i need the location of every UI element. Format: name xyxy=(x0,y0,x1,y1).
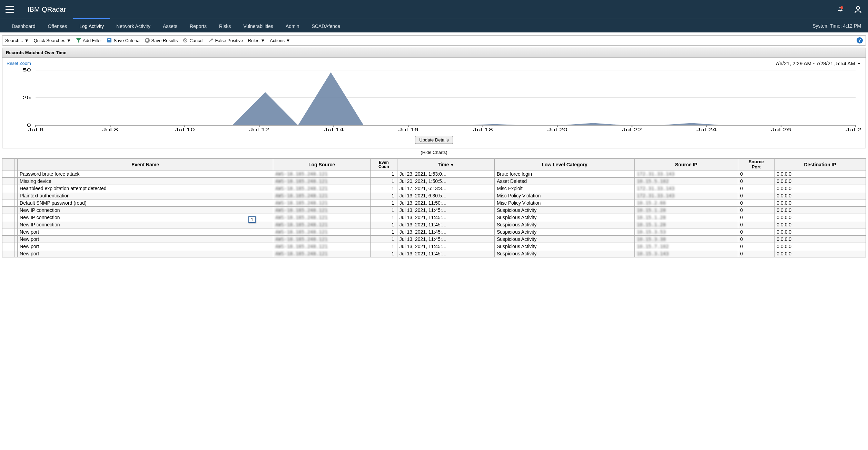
cell-event-count: 1 xyxy=(371,221,397,228)
cancel-button[interactable]: Cancel xyxy=(183,38,203,43)
nav-offenses[interactable]: Offenses xyxy=(42,18,73,33)
col-spacer xyxy=(14,159,18,170)
svg-text:Jul 22: Jul 22 xyxy=(622,127,642,132)
rules-dropdown[interactable]: Rules ▼ xyxy=(248,38,265,43)
cell-source-port: 0 xyxy=(738,192,775,199)
svg-text:Jul 16: Jul 16 xyxy=(398,127,418,132)
table-row[interactable]: Missing deviceAWS-18.185.248.1211Jul 20,… xyxy=(2,178,866,185)
svg-text:50: 50 xyxy=(22,68,31,72)
cell-destination-ip: 0.0.0.0 xyxy=(775,192,866,199)
nav-bar: DashboardOffensesLog ActivityNetwork Act… xyxy=(0,19,868,32)
nav-log-activity[interactable]: Log Activity xyxy=(73,18,110,33)
hamburger-icon[interactable] xyxy=(6,6,14,13)
cell-event-count: 1 xyxy=(371,243,397,250)
cell-source-ip: 10.15.3.38 xyxy=(634,236,738,243)
nav-admin[interactable]: Admin xyxy=(279,18,306,33)
cell-event-name: New port xyxy=(18,236,273,243)
cell-time: Jul 13, 2021, 11:45:… xyxy=(397,250,494,257)
col-destination-ip[interactable]: Destination IP xyxy=(775,159,866,170)
notification-badge xyxy=(840,6,843,9)
cell-category: Suspicious Activity xyxy=(494,221,634,228)
table-row[interactable]: New portAWS-18.185.248.1211Jul 13, 2021,… xyxy=(2,250,866,257)
help-icon[interactable]: ? xyxy=(857,37,863,43)
false-positive-button[interactable]: False Positive xyxy=(208,38,243,43)
count-tooltip: 1 xyxy=(248,216,256,223)
cell-destination-ip: 0.0.0.0 xyxy=(775,185,866,192)
search-dropdown[interactable]: Search... ▼ xyxy=(5,38,29,43)
nav-network-activity[interactable]: Network Activity xyxy=(110,18,157,33)
cell-time: Jul 20, 2021, 1:50:5… xyxy=(397,178,494,185)
cell-time: Jul 13, 2021, 11:45:… xyxy=(397,243,494,250)
nav-risks[interactable]: Risks xyxy=(213,18,237,33)
cell-log-source: AWS-18.185.248.121 xyxy=(273,243,370,250)
table-row[interactable]: New IP connectionAWS-18.185.248.1211Jul … xyxy=(2,214,866,221)
cell-event-name: Plaintext authentication xyxy=(18,192,273,199)
cell-time: Jul 13, 2021, 6:30:5… xyxy=(397,192,494,199)
table-row[interactable]: New IP connectionAWS-18.185.248.1211Jul … xyxy=(2,207,866,214)
cell-source-port: 0 xyxy=(738,178,775,185)
cell-event-name: Default SNMP password (read) xyxy=(18,199,273,207)
cell-source-ip: 10.15.1.28 xyxy=(634,207,738,214)
save-results-label: Save Results xyxy=(151,38,178,43)
col-event-count[interactable]: EvenCoun xyxy=(371,159,397,170)
false-positive-label: False Positive xyxy=(215,38,243,43)
svg-rect-4 xyxy=(146,39,148,41)
svg-rect-2 xyxy=(108,39,110,40)
cell-time: Jul 13, 2021, 11:45:… xyxy=(397,228,494,236)
actions-dropdown[interactable]: Actions ▼ xyxy=(270,38,290,43)
cell-event-name: New port xyxy=(18,250,273,257)
table-row[interactable]: Password brute force attackAWS-18.185.24… xyxy=(2,170,866,178)
cell-source-ip: 10.15.3.143 xyxy=(634,250,738,257)
cell-category: Asset Deleted xyxy=(494,178,634,185)
cell-log-source: AWS-18.185.248.121 xyxy=(273,207,370,214)
save-results-icon xyxy=(145,38,150,43)
col-log-source[interactable]: Log Source xyxy=(273,159,370,170)
cell-category: Suspicious Activity xyxy=(494,243,634,250)
chevron-down-icon xyxy=(857,61,861,66)
chart-panel: Records Matched Over Time Reset Zoom 7/6… xyxy=(2,48,866,148)
nav-assets[interactable]: Assets xyxy=(157,18,184,33)
profile-icon[interactable] xyxy=(854,5,862,14)
cell-source-ip: 172.31.33.143 xyxy=(634,170,738,178)
table-row[interactable]: Heartbleed exploitation attempt detected… xyxy=(2,185,866,192)
table-row[interactable]: New portAWS-18.185.248.1211Jul 13, 2021,… xyxy=(2,228,866,236)
svg-text:Jul 6: Jul 6 xyxy=(28,127,43,132)
timeline-chart[interactable]: 02550Jul 6Jul 8Jul 10Jul 12Jul 14Jul 16J… xyxy=(7,68,861,134)
nav-reports[interactable]: Reports xyxy=(184,18,213,33)
svg-text:Jul 20: Jul 20 xyxy=(548,127,568,132)
save-results-button[interactable]: Save Results xyxy=(145,38,178,43)
cell-time: Jul 13, 2021, 11:45:… xyxy=(397,236,494,243)
update-details-button[interactable]: Update Details xyxy=(415,136,453,144)
cell-destination-ip: 0.0.0.0 xyxy=(775,170,866,178)
table-row[interactable]: Plaintext authenticationAWS-18.185.248.1… xyxy=(2,192,866,199)
table-row[interactable]: New IP connectionAWS-18.185.248.1211Jul … xyxy=(2,221,866,228)
nav-scadafence[interactable]: SCADAfence xyxy=(306,18,346,33)
cell-time: Jul 13, 2021, 11:50:… xyxy=(397,199,494,207)
col-selector[interactable] xyxy=(2,159,14,170)
cell-source-ip: 10.15.5.102 xyxy=(634,178,738,185)
cell-category: Misc Policy Violation xyxy=(494,199,634,207)
cell-time: Jul 17, 2021, 6:13:3… xyxy=(397,185,494,192)
col-low-level-category[interactable]: Low Level Category xyxy=(494,159,634,170)
svg-text:Jul 28: Jul 28 xyxy=(846,127,861,132)
quick-searches-dropdown[interactable]: Quick Searches ▼ xyxy=(34,38,71,43)
add-filter-button[interactable]: Add Filter xyxy=(76,38,102,43)
notification-bell[interactable] xyxy=(838,6,843,13)
cell-event-count: 1 xyxy=(371,192,397,199)
col-source-port[interactable]: SourcePort xyxy=(738,159,775,170)
hide-charts-link[interactable]: (Hide Charts) xyxy=(421,150,447,155)
table-row[interactable]: New portAWS-18.185.248.1211Jul 13, 2021,… xyxy=(2,236,866,243)
nav-dashboard[interactable]: Dashboard xyxy=(6,18,42,33)
date-range[interactable]: 7/6/21, 2:29 AM - 7/28/21, 5:54 AM xyxy=(775,60,861,66)
save-criteria-button[interactable]: Save Criteria xyxy=(107,38,139,43)
nav-vulnerabilities[interactable]: Vulnerabilities xyxy=(237,18,279,33)
cell-source-port: 0 xyxy=(738,221,775,228)
reset-zoom-link[interactable]: Reset Zoom xyxy=(7,61,31,66)
table-row[interactable]: Default SNMP password (read)AWS-18.185.2… xyxy=(2,199,866,207)
table-row[interactable]: New portAWS-18.185.248.1211Jul 13, 2021,… xyxy=(2,243,866,250)
cell-time: Jul 13, 2021, 11:45:… xyxy=(397,214,494,221)
col-source-ip[interactable]: Source IP xyxy=(634,159,738,170)
cell-destination-ip: 0.0.0.0 xyxy=(775,228,866,236)
col-event-name[interactable]: Event Name xyxy=(18,159,273,170)
col-time[interactable]: Time ▼ xyxy=(397,159,494,170)
